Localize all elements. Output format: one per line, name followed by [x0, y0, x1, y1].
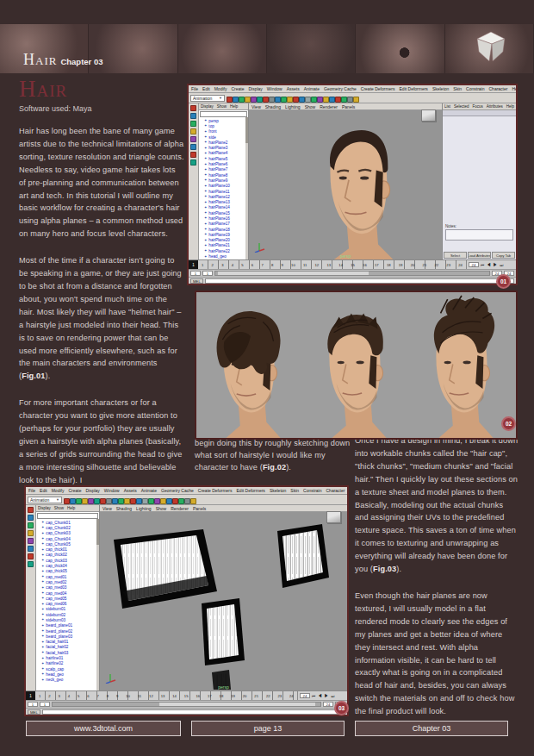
tool-icon[interactable] — [190, 159, 196, 166]
timeline-tick[interactable]: 16 — [363, 263, 367, 267]
tool-icon[interactable] — [142, 498, 148, 504]
tool-icon[interactable] — [64, 498, 70, 504]
playback-controls[interactable]: ⏮ ◀ ▶ ⏭ — [312, 694, 335, 698]
menu-item[interactable]: List — [444, 104, 450, 109]
tool-icon[interactable] — [293, 97, 299, 103]
tool-icon[interactable] — [178, 498, 184, 504]
menu-set-dropdown[interactable]: Animation▼ — [190, 95, 225, 102]
playback-controls[interactable]: ⏮ ◀ ▶ ⏭ — [481, 263, 504, 267]
timeline-tick[interactable]: 4 — [232, 263, 233, 267]
tool-icon[interactable] — [263, 97, 269, 103]
tool-icon[interactable] — [347, 97, 353, 103]
menu-item[interactable]: Lighting — [136, 506, 152, 511]
menu-item[interactable]: Skin — [290, 488, 299, 493]
timeline-tick[interactable]: 10 — [291, 263, 295, 267]
timeline-tick[interactable]: 3 — [59, 694, 60, 698]
end-frame-field[interactable]: 24 — [469, 262, 479, 267]
timeline-tick[interactable]: 19 — [231, 694, 235, 698]
timeline-tick[interactable]: 20 — [411, 263, 415, 267]
timeline[interactable]: 1 12345678910111213141516171819202122232… — [26, 690, 347, 700]
menu-item[interactable]: Shading — [116, 506, 132, 511]
tool-icon[interactable] — [82, 498, 88, 504]
menu-item[interactable]: View — [251, 104, 261, 109]
menu-item[interactable]: Animate — [141, 488, 157, 493]
tool-icon[interactable] — [28, 507, 34, 513]
menu-item[interactable]: Create Deformers — [198, 488, 233, 493]
timeline-tick[interactable]: 23 — [277, 694, 282, 698]
tool-icon[interactable] — [124, 498, 130, 504]
attribute-editor-tabs[interactable] — [443, 110, 516, 116]
menu-item[interactable]: Selected — [454, 104, 469, 109]
timeline-tick[interactable]: 2 — [212, 263, 214, 267]
tool-icon[interactable] — [317, 97, 323, 103]
tool-icon[interactable] — [160, 498, 166, 504]
range-start-field[interactable]: 1 — [28, 702, 38, 707]
timeline-tick[interactable]: 7 — [97, 694, 99, 698]
tool-icon[interactable] — [190, 498, 196, 504]
tool-icon[interactable] — [166, 498, 172, 504]
timeline-tick[interactable]: 23 — [446, 263, 450, 267]
timeline-tick[interactable]: 11 — [303, 263, 307, 267]
menu-item[interactable]: Create Deformers — [361, 86, 395, 91]
timeline-tick[interactable]: 22 — [266, 694, 270, 698]
tool-icon[interactable] — [329, 97, 335, 103]
range-start-field[interactable]: 1 — [190, 271, 201, 276]
menu-item[interactable]: Panels — [342, 104, 355, 109]
timeline-tick[interactable]: 21 — [423, 263, 427, 267]
menu-item[interactable]: Window — [267, 86, 283, 91]
tool-icon[interactable] — [239, 97, 245, 103]
menu-item[interactable]: Assets — [124, 488, 137, 493]
menu-item[interactable]: Display — [248, 86, 262, 91]
menu-item[interactable]: Help — [230, 104, 238, 109]
notes-field[interactable] — [445, 229, 513, 241]
menu-item[interactable]: Edit Deformers — [400, 86, 428, 91]
timeline-tick[interactable]: 18 — [220, 694, 224, 698]
range-min-field[interactable]: 1 — [40, 702, 50, 707]
menu-item[interactable]: Modify — [214, 86, 227, 91]
menu-item[interactable]: Renderer — [320, 104, 338, 109]
menu-item[interactable]: Display — [201, 104, 214, 109]
timeline-tick[interactable]: 11 — [138, 694, 141, 698]
timeline-tick[interactable]: 19 — [399, 263, 403, 267]
tool-icon[interactable] — [257, 97, 263, 103]
range-slider[interactable] — [214, 271, 490, 276]
tool-icon[interactable] — [28, 561, 34, 567]
menu-item[interactable]: File — [191, 86, 198, 91]
timeline-tick[interactable]: 24 — [289, 694, 294, 698]
tool-icon[interactable] — [88, 498, 94, 504]
outliner-search-input[interactable] — [200, 111, 247, 117]
menu-item[interactable]: Create — [68, 488, 81, 493]
outliner-search-input[interactable] — [37, 513, 98, 519]
tool-icon[interactable] — [311, 97, 317, 103]
tool-icon[interactable] — [245, 97, 251, 103]
timeline-tick[interactable]: 4 — [68, 694, 70, 698]
menu-item[interactable]: Constrain — [466, 86, 484, 91]
menu-item[interactable]: Help — [506, 104, 514, 109]
timeline[interactable]: 1 12345678910111213141516171819202122232… — [189, 259, 516, 269]
range-min-field[interactable]: 1 — [202, 271, 213, 276]
timeline-tick[interactable]: 22 — [434, 263, 438, 267]
current-frame-indicator[interactable]: 1 — [189, 260, 198, 269]
tool-icon[interactable] — [190, 136, 196, 142]
tool-icon[interactable] — [112, 498, 118, 504]
footer-website-link[interactable]: www.3dtotal.com — [26, 721, 181, 736]
tool-icon[interactable] — [106, 498, 112, 504]
timeline-tick[interactable]: 16 — [196, 694, 200, 698]
menu-item[interactable]: Create — [231, 86, 244, 91]
timeline-tick[interactable]: 9 — [282, 263, 283, 267]
menu-item[interactable]: Skeleton — [270, 488, 286, 493]
attribute-editor-button[interactable]: Copy Tab — [492, 252, 515, 259]
outliner-item[interactable]: ✦neck_geo — [41, 678, 99, 683]
timeline-tick[interactable]: 6 — [87, 694, 89, 698]
tool-icon[interactable] — [305, 97, 311, 103]
range-slider[interactable] — [52, 702, 321, 707]
tool-icon[interactable] — [28, 530, 34, 536]
tool-icon[interactable] — [28, 553, 34, 559]
mel-label[interactable]: MEL — [190, 278, 203, 284]
timeline-tick[interactable]: 7 — [261, 263, 263, 267]
command-input[interactable] — [42, 709, 345, 715]
menu-item[interactable]: Edit Deformers — [237, 488, 265, 493]
menu-item[interactable]: Attributes — [487, 104, 503, 109]
menu-item[interactable]: Skeleton — [432, 86, 449, 91]
menu-item[interactable]: View — [102, 506, 112, 511]
